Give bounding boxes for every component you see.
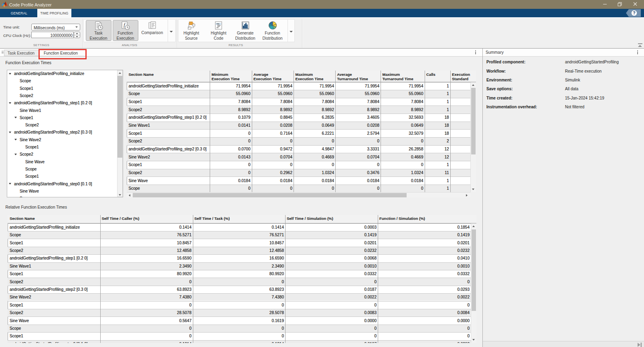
svg-text:?: ? [633, 10, 635, 15]
